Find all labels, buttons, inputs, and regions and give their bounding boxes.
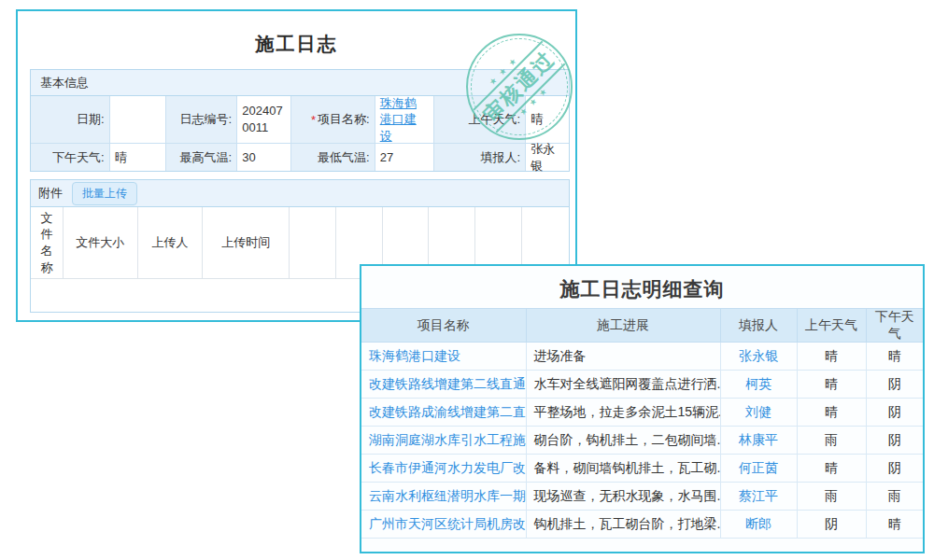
query-column-header: 上午天气 — [797, 309, 866, 343]
project-link[interactable]: 长春市伊通河水力发电厂改建工程 — [369, 460, 526, 475]
cell-pm-weather: 阴 — [866, 371, 923, 399]
cell-am-weather: 晴 — [797, 399, 866, 427]
required-mark: * — [311, 113, 316, 127]
query-table-row: 改建铁路线增建第二线直通线水车对全线遮阳网覆盖点进行洒...柯英晴阴 — [361, 371, 923, 399]
field-label: 最高气温: — [166, 143, 238, 171]
query-column-header: 项目名称 — [361, 309, 526, 343]
query-table-row: 云南水利枢纽潜明水库一期工程现场巡查，无积水现象，水马围...蔡江平雨雨 — [361, 483, 923, 511]
project-link[interactable]: 湖南洞庭湖水库引水工程施工标 — [369, 432, 526, 447]
query-table-row: 湖南洞庭湖水库引水工程施工标砌台阶，钩机排土，二包砌间墙...林康平雨阴 — [361, 427, 923, 455]
cell-pm-weather: 雨 — [866, 483, 923, 511]
query-column-header: 施工进展 — [526, 309, 720, 343]
project-link[interactable]: 云南水利枢纽潜明水库一期工程 — [369, 488, 526, 503]
cell-reporter: 何正茵 — [720, 455, 797, 483]
query-table-row: 改建铁路成渝线增建第二直通线平整场地，拉走多余泥土15辆泥...刘健晴阴 — [361, 399, 923, 427]
project-link[interactable]: 广州市天河区统计局机房改造项目 — [369, 516, 526, 531]
cell-project-name: 改建铁路线增建第二线直通线 — [361, 371, 526, 399]
field-value: 2024070011 — [237, 96, 291, 143]
cell-pm-weather: 阴 — [866, 455, 923, 483]
field-value: 珠海鹤港口建设 — [375, 96, 434, 143]
cell-project-name: 改建铁路成渝线增建第二直通线 — [361, 399, 526, 427]
cell-am-weather: 雨 — [797, 427, 866, 455]
query-table-row: 珠海鹤港口建设进场准备张永银晴晴 — [361, 343, 923, 371]
field-label: 最低气温: — [291, 143, 375, 171]
query-table-header-row: 项目名称施工进展填报人上午天气下午天气 — [361, 309, 923, 343]
batch-upload-button[interactable]: 批量上传 — [72, 182, 137, 205]
field-label: 日期: — [31, 96, 110, 143]
query-column-header: 下午天气 — [866, 309, 923, 343]
attachments-header: 附件 批量上传 — [31, 180, 569, 207]
attachment-column-header: 文件名称 — [31, 207, 64, 278]
cell-reporter: 林康平 — [720, 427, 797, 455]
cell-am-weather: 晴 — [797, 371, 866, 399]
cell-progress: 备料，砌间墙钩机排土，瓦工砌... — [526, 455, 720, 483]
cell-progress: 现场巡查，无积水现象，水马围... — [526, 483, 720, 511]
approval-stamp: ★ ★ ★ 审核通过 ★ ★ ★ — [466, 34, 573, 140]
reporter-link[interactable]: 断郎 — [745, 516, 771, 531]
field-label: 日志编号: — [166, 96, 238, 143]
cell-progress: 钩机排土，瓦工砌台阶，打地梁... — [526, 511, 720, 539]
cell-pm-weather: 晴 — [866, 343, 923, 371]
query-table: 项目名称施工进展填报人上午天气下午天气 珠海鹤港口建设进场准备张永银晴晴改建铁路… — [361, 308, 923, 539]
project-link[interactable]: 珠海鹤港口建设 — [369, 348, 460, 363]
cell-reporter: 张永银 — [720, 343, 797, 371]
reporter-link[interactable]: 何正茵 — [739, 460, 778, 475]
cell-project-name: 云南水利枢纽潜明水库一期工程 — [361, 483, 526, 511]
cell-reporter: 断郎 — [720, 511, 797, 539]
attachment-column-header: 文件大小 — [64, 207, 138, 278]
attachments-title: 附件 — [38, 185, 63, 202]
cell-project-name: 珠海鹤港口建设 — [361, 343, 526, 371]
log-detail-query-panel: 施工日志明细查询 项目名称施工进展填报人上午天气下午天气 珠海鹤港口建设进场准备… — [360, 264, 925, 553]
cell-project-name: 湖南洞庭湖水库引水工程施工标 — [361, 427, 526, 455]
attachment-column-empty — [290, 207, 336, 278]
cell-am-weather: 晴 — [797, 343, 866, 371]
field-value — [110, 96, 166, 143]
query-table-row: 长春市伊通河水力发电厂改建工程备料，砌间墙钩机排土，瓦工砌...何正茵晴阴 — [361, 455, 923, 483]
reporter-link[interactable]: 刘健 — [745, 404, 771, 419]
project-link[interactable]: 改建铁路线增建第二线直通线 — [369, 376, 526, 391]
cell-pm-weather: 晴 — [866, 511, 923, 539]
reporter-link[interactable]: 林康平 — [739, 432, 778, 447]
query-title: 施工日志明细查询 — [361, 276, 923, 302]
cell-project-name: 长春市伊通河水力发电厂改建工程 — [361, 455, 526, 483]
cell-reporter: 蔡江平 — [720, 483, 797, 511]
query-table-body: 珠海鹤港口建设进场准备张永银晴晴改建铁路线增建第二线直通线水车对全线遮阳网覆盖点… — [361, 343, 923, 539]
cell-project-name: 广州市天河区统计局机房改造项目 — [361, 511, 526, 539]
cell-progress: 平整场地，拉走多余泥土15辆泥... — [526, 399, 720, 427]
field-value: 30 — [237, 143, 291, 171]
cell-pm-weather: 阴 — [866, 399, 923, 427]
cell-am-weather: 雨 — [797, 483, 866, 511]
query-table-row: 广州市天河区统计局机房改造项目钩机排土，瓦工砌台阶，打地梁...断郎阴晴 — [361, 511, 923, 539]
project-name-link[interactable]: 珠海鹤港口建设 — [380, 95, 429, 145]
reporter-link[interactable]: 张永银 — [739, 348, 778, 363]
stamp-text: 审核通过 — [474, 41, 566, 133]
cell-reporter: 刘健 — [720, 399, 797, 427]
field-label: *项目名称: — [291, 96, 375, 143]
field-value: 晴 — [110, 143, 166, 171]
attachment-column-header: 上传人 — [138, 207, 204, 278]
cell-am-weather: 阴 — [797, 511, 866, 539]
cell-progress: 进场准备 — [526, 343, 720, 371]
cell-reporter: 柯英 — [720, 371, 797, 399]
cell-progress: 砌台阶，钩机排土，二包砌间墙... — [526, 427, 720, 455]
cell-am-weather: 晴 — [797, 455, 866, 483]
reporter-link[interactable]: 柯英 — [745, 376, 771, 391]
project-link[interactable]: 改建铁路成渝线增建第二直通线 — [369, 404, 526, 419]
field-value: 27 — [375, 143, 434, 171]
query-column-header: 填报人 — [720, 309, 797, 343]
attachment-column-header: 上传时间 — [203, 207, 290, 278]
stamp-content: ★ ★ ★ 审核通过 ★ ★ ★ — [444, 11, 594, 161]
field-label: 下午天气: — [31, 143, 110, 171]
cell-pm-weather: 阴 — [866, 427, 923, 455]
reporter-link[interactable]: 蔡江平 — [739, 488, 778, 503]
basic-info-row: 下午天气:晴最高气温:30最低气温:27填报人:张永银 — [31, 143, 569, 171]
cell-progress: 水车对全线遮阳网覆盖点进行洒... — [526, 371, 720, 399]
